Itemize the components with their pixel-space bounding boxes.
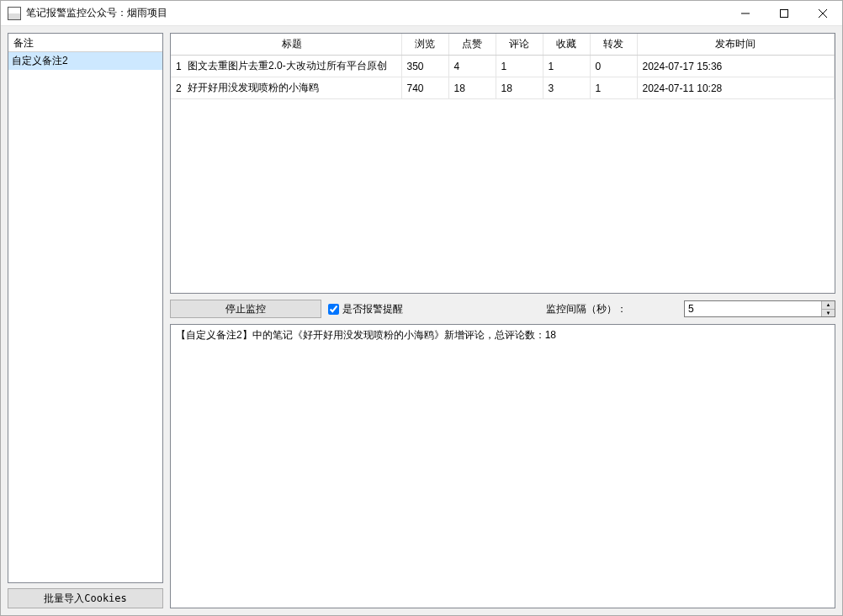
- cell-comments: 1: [496, 56, 543, 77]
- cell-views: 740: [401, 77, 448, 99]
- cell-title: 图文去重图片去重2.0-大改动过所有平台原创: [183, 56, 401, 77]
- spinner-up-button[interactable]: ▲: [822, 301, 835, 310]
- minimize-button[interactable]: [726, 1, 765, 26]
- cell-time: 2024-07-11 10:28: [637, 77, 835, 99]
- cell-shares: 0: [590, 56, 637, 77]
- client-area: 备注 自定义备注2 批量导入Cookies 标题 浏览 点赞: [1, 26, 842, 615]
- cell-index: 2: [171, 77, 183, 99]
- maximize-button[interactable]: [765, 1, 803, 26]
- controls-row: 停止监控 是否报警提醒 监控间隔（秒）： ▲ ▼: [170, 299, 835, 319]
- table-row[interactable]: 2好开好用没发现喷粉的小海鸥7401818312024-07-11 10:28: [171, 77, 835, 99]
- cell-comments: 18: [496, 77, 543, 99]
- log-panel[interactable]: 【自定义备注2】中的笔记《好开好用没发现喷粉的小海鸥》新增评论，总评论数：18: [170, 324, 835, 608]
- column-shares[interactable]: 转发: [590, 34, 637, 56]
- alarm-checkbox[interactable]: [328, 304, 339, 315]
- notes-table-container[interactable]: 标题 浏览 点赞 评论 收藏 转发 发布时间 1图文去重图片去重2.0-大改动过…: [170, 33, 835, 294]
- cell-likes: 4: [448, 56, 496, 77]
- remark-list: 备注 自定义备注2: [8, 33, 163, 583]
- cell-index: 1: [171, 56, 183, 77]
- cell-shares: 1: [590, 77, 637, 99]
- window-controls: [726, 1, 842, 25]
- close-icon: [819, 9, 827, 18]
- cell-favs: 3: [543, 77, 590, 99]
- alarm-checkbox-label: 是否报警提醒: [342, 302, 403, 316]
- spinner-buttons: ▲ ▼: [821, 301, 835, 316]
- table-body: 1图文去重图片去重2.0-大改动过所有平台原创35041102024-07-17…: [171, 56, 835, 99]
- notes-table: 标题 浏览 点赞 评论 收藏 转发 发布时间 1图文去重图片去重2.0-大改动过…: [171, 34, 835, 99]
- interval-label: 监控间隔（秒）：: [546, 302, 627, 316]
- column-likes[interactable]: 点赞: [448, 34, 496, 56]
- app-icon: [8, 7, 21, 20]
- log-line: 【自定义备注2】中的笔记《好开好用没发现喷粉的小海鸥》新增评论，总评论数：18: [176, 328, 830, 343]
- window-title: 笔记报警监控公众号：烟雨项目: [26, 6, 726, 20]
- app-window: 笔记报警监控公众号：烟雨项目 备注 自定义备注2 批量导入Cookies: [0, 0, 843, 616]
- cell-time: 2024-07-17 15:36: [637, 56, 835, 77]
- spinner-down-button[interactable]: ▼: [822, 310, 835, 317]
- column-time[interactable]: 发布时间: [637, 34, 835, 56]
- maximize-icon: [780, 9, 788, 18]
- close-button[interactable]: [803, 1, 842, 26]
- interval-spinner[interactable]: ▲ ▼: [684, 300, 835, 317]
- table-header-row: 标题 浏览 点赞 评论 收藏 转发 发布时间: [171, 34, 835, 56]
- minimize-icon: [741, 9, 750, 18]
- remark-list-body: 自定义备注2: [8, 52, 162, 70]
- stop-monitor-button[interactable]: 停止监控: [170, 300, 321, 318]
- svg-rect-1: [781, 10, 788, 18]
- remark-list-item[interactable]: 自定义备注2: [8, 52, 162, 70]
- cell-title: 好开好用没发现喷粉的小海鸥: [183, 77, 401, 99]
- column-comments[interactable]: 评论: [496, 34, 543, 56]
- column-views[interactable]: 浏览: [401, 34, 448, 56]
- column-title[interactable]: 标题: [183, 34, 401, 56]
- right-column: 标题 浏览 点赞 评论 收藏 转发 发布时间 1图文去重图片去重2.0-大改动过…: [170, 33, 835, 608]
- remark-list-header: 备注: [8, 34, 162, 52]
- interval-input[interactable]: [685, 301, 821, 316]
- title-bar[interactable]: 笔记报警监控公众号：烟雨项目: [1, 1, 842, 26]
- bulk-import-cookies-button[interactable]: 批量导入Cookies: [8, 588, 163, 608]
- cell-views: 350: [401, 56, 448, 77]
- column-index: [171, 34, 183, 56]
- left-column: 备注 自定义备注2 批量导入Cookies: [8, 33, 163, 608]
- table-row[interactable]: 1图文去重图片去重2.0-大改动过所有平台原创35041102024-07-17…: [171, 56, 835, 77]
- cell-likes: 18: [448, 77, 496, 99]
- cell-favs: 1: [543, 56, 590, 77]
- alarm-checkbox-wrap[interactable]: 是否报警提醒: [328, 302, 403, 316]
- column-favs[interactable]: 收藏: [543, 34, 590, 56]
